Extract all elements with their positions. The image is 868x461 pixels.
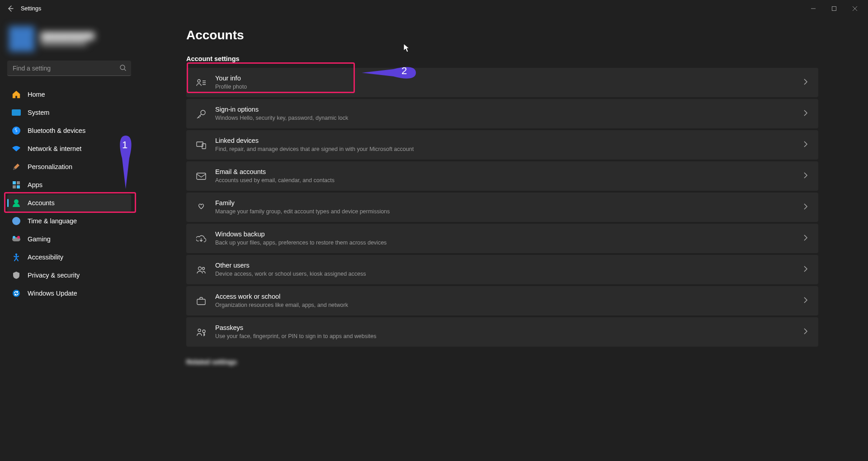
card-subtitle: Manage your family group, edit account t… bbox=[215, 208, 803, 216]
nav-list: Home System Bluetooth & devices Network … bbox=[7, 86, 131, 302]
svg-rect-5 bbox=[17, 185, 20, 188]
search-icon bbox=[119, 64, 127, 73]
section-label-related: Related settings bbox=[186, 358, 818, 366]
sidebar-item-apps[interactable]: Apps bbox=[7, 176, 131, 193]
sidebar-item-label: Bluetooth & devices bbox=[28, 127, 85, 134]
card-title: Email & accounts bbox=[215, 168, 803, 177]
network-icon bbox=[12, 144, 21, 153]
sidebar-item-label: System bbox=[28, 109, 49, 116]
email-icon bbox=[196, 173, 206, 180]
card-other-users[interactable]: Other users Device access, work or schoo… bbox=[186, 255, 818, 284]
sidebar-item-bluetooth[interactable]: Bluetooth & devices bbox=[7, 122, 131, 139]
other-users-icon bbox=[196, 266, 206, 274]
accounts-icon bbox=[12, 198, 21, 207]
svg-point-8 bbox=[17, 236, 20, 239]
your-info-icon bbox=[196, 79, 206, 87]
key-icon bbox=[196, 109, 206, 118]
settings-card-list: Your info Profile photo Sign-in options … bbox=[186, 68, 818, 347]
sidebar-item-windows-update[interactable]: Windows Update bbox=[7, 285, 131, 302]
personalization-icon bbox=[12, 162, 21, 171]
svg-point-19 bbox=[198, 329, 201, 332]
main-content: Accounts Account settings Your info Prof… bbox=[138, 17, 868, 461]
maximize-button[interactable] bbox=[824, 1, 844, 16]
svg-rect-15 bbox=[197, 173, 206, 179]
svg-rect-3 bbox=[17, 181, 20, 184]
sidebar-item-time-language[interactable]: Time & language bbox=[7, 212, 131, 230]
sidebar-item-label: Personalization bbox=[28, 163, 72, 170]
card-subtitle: Back up your files, apps, preferences to… bbox=[215, 239, 803, 247]
sidebar-item-home[interactable]: Home bbox=[7, 86, 131, 103]
minimize-icon bbox=[811, 6, 816, 11]
sidebar-item-accessibility[interactable]: Accessibility bbox=[7, 249, 131, 266]
sidebar-item-label: Gaming bbox=[28, 235, 51, 243]
profile-name: ████████████ bbox=[41, 32, 94, 39]
card-subtitle: Device access, work or school users, kio… bbox=[215, 270, 803, 278]
chevron-right-icon bbox=[803, 110, 808, 118]
card-signin-options[interactable]: Sign-in options Windows Hello, security … bbox=[186, 99, 818, 128]
briefcase-icon bbox=[196, 297, 206, 305]
card-your-info[interactable]: Your info Profile photo bbox=[186, 68, 818, 97]
card-linked-devices[interactable]: Linked devices Find, repair, and manage … bbox=[186, 130, 818, 160]
cursor-icon bbox=[403, 43, 410, 52]
search-box bbox=[7, 61, 131, 76]
titlebar: Settings bbox=[0, 0, 868, 17]
card-title: Access work or school bbox=[215, 292, 803, 301]
close-button[interactable] bbox=[844, 1, 865, 16]
card-title: Windows backup bbox=[215, 230, 803, 239]
sidebar-item-label: Accessibility bbox=[28, 254, 63, 261]
system-icon bbox=[12, 108, 21, 117]
card-access-work-school[interactable]: Access work or school Organization resou… bbox=[186, 286, 818, 315]
card-subtitle: Windows Hello, security key, password, d… bbox=[215, 114, 803, 122]
accessibility-icon bbox=[12, 253, 21, 262]
card-windows-backup[interactable]: Windows backup Back up your files, apps,… bbox=[186, 224, 818, 253]
avatar bbox=[9, 26, 34, 52]
sidebar-item-gaming[interactable]: Gaming bbox=[7, 230, 131, 248]
card-passkeys[interactable]: Passkeys Use your face, fingerprint, or … bbox=[186, 317, 818, 347]
card-subtitle: Find, repair, and manage devices that ar… bbox=[215, 146, 803, 153]
chevron-right-icon bbox=[803, 141, 808, 149]
sidebar-item-label: Privacy & security bbox=[28, 272, 80, 279]
card-email-accounts[interactable]: Email & accounts Accounts used by email,… bbox=[186, 161, 818, 191]
passkeys-icon bbox=[196, 328, 206, 337]
svg-point-16 bbox=[198, 267, 202, 270]
sidebar-item-label: Accounts bbox=[28, 199, 55, 207]
maximize-icon bbox=[831, 6, 837, 11]
svg-point-7 bbox=[13, 236, 15, 239]
card-title: Your info bbox=[215, 74, 803, 83]
window-title: Settings bbox=[21, 5, 41, 12]
svg-rect-2 bbox=[13, 181, 16, 184]
search-input[interactable] bbox=[7, 61, 131, 76]
card-subtitle: Organization resources like email, apps,… bbox=[215, 301, 803, 309]
family-icon bbox=[196, 203, 206, 212]
sidebar-item-network[interactable]: Network & internet bbox=[7, 140, 131, 157]
sidebar-item-label: Network & internet bbox=[28, 145, 81, 152]
card-subtitle: Use your face, fingerprint, or PIN to si… bbox=[215, 333, 803, 340]
sidebar-item-label: Home bbox=[28, 91, 45, 98]
chevron-right-icon bbox=[803, 297, 808, 305]
svg-rect-18 bbox=[197, 299, 205, 305]
sidebar-item-system[interactable]: System bbox=[7, 104, 131, 121]
svg-point-10 bbox=[13, 290, 20, 297]
back-button[interactable] bbox=[3, 1, 18, 16]
profile-block[interactable]: ████████████ ████████████ bbox=[7, 21, 131, 61]
card-subtitle: Profile photo bbox=[215, 83, 803, 91]
card-family[interactable]: Family Manage your family group, edit ac… bbox=[186, 193, 818, 222]
sidebar-item-accounts[interactable]: Accounts bbox=[7, 194, 131, 212]
sidebar-item-privacy-security[interactable]: Privacy & security bbox=[7, 267, 131, 284]
minimize-button[interactable] bbox=[803, 1, 824, 16]
sidebar-item-label: Windows Update bbox=[28, 290, 77, 297]
gaming-icon bbox=[12, 235, 21, 244]
chevron-right-icon bbox=[803, 328, 808, 336]
bluetooth-icon bbox=[12, 126, 21, 135]
card-title: Other users bbox=[215, 261, 803, 270]
card-title: Sign-in options bbox=[215, 105, 803, 114]
svg-rect-0 bbox=[832, 7, 836, 11]
backup-icon bbox=[196, 235, 206, 243]
chevron-right-icon bbox=[803, 79, 808, 87]
card-title: Family bbox=[215, 199, 803, 208]
privacy-icon bbox=[12, 271, 21, 280]
sidebar-item-label: Time & language bbox=[28, 217, 77, 225]
svg-point-11 bbox=[198, 80, 200, 82]
apps-icon bbox=[12, 180, 21, 189]
sidebar-item-personalization[interactable]: Personalization bbox=[7, 158, 131, 175]
